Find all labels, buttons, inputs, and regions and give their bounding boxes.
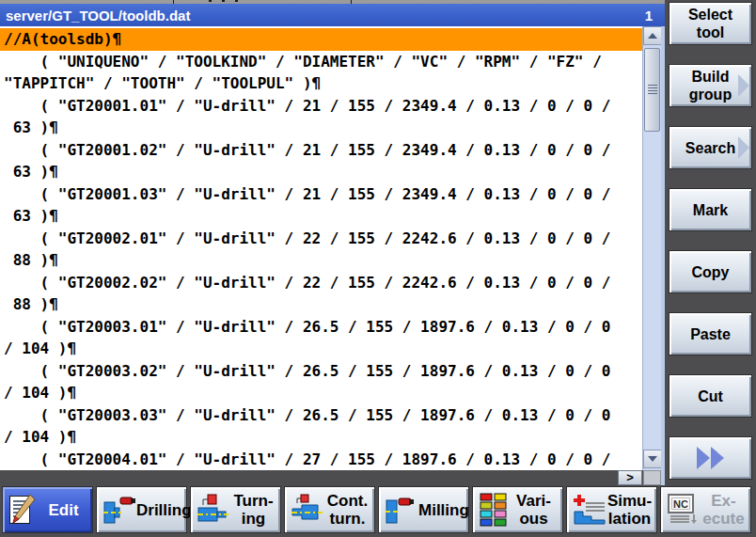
editor-lines: //A(toolsdb)¶ ( "UNIQUENO" / "TOOLKIND" … bbox=[0, 28, 642, 470]
editor-line[interactable]: 63 )¶ bbox=[0, 161, 642, 183]
softkey-select-tool[interactable]: Select tool bbox=[669, 2, 752, 45]
editor-line[interactable]: ( "GT20001.02" / "U-drill" / 21 / 155 / … bbox=[0, 139, 642, 162]
turning-icon bbox=[197, 493, 230, 527]
softkey-more[interactable] bbox=[669, 436, 752, 480]
tab-label: Cont. turn. bbox=[324, 492, 374, 528]
editor-line[interactable]: ( "GT20003.01" / "U-drill" / 26.5 / 155 … bbox=[0, 316, 642, 339]
editor-line[interactable]: "TAPPITCH" / "TOOTH" / "TOOLPUL" )¶ bbox=[0, 72, 642, 95]
drilling-icon bbox=[102, 493, 136, 527]
editor-line[interactable]: 63 )¶ bbox=[0, 205, 642, 228]
title-bar: server/GT_TOOL/tooldb.dat 1 bbox=[0, 4, 665, 26]
tab-contour-turning[interactable]: Cont. turn. bbox=[284, 486, 375, 533]
editor-line[interactable]: / 104 )¶ bbox=[0, 426, 642, 449]
tab-label: Vari- ous bbox=[509, 492, 562, 528]
tab-label: Turn- ing bbox=[230, 492, 280, 528]
softkey-label: Cut bbox=[698, 387, 723, 405]
editor-line[interactable]: ( "GT20001.03" / "U-drill" / 21 / 155 / … bbox=[0, 183, 642, 206]
chevron-down-icon bbox=[648, 456, 657, 462]
scroll-up-button[interactable] bbox=[643, 26, 662, 45]
tab-simulation[interactable]: Simu- lation bbox=[566, 486, 657, 533]
editor-line[interactable]: 88 )¶ bbox=[0, 249, 642, 272]
softkey-bottombar: Edit Drilling bbox=[0, 486, 756, 537]
editor-line[interactable]: 63 )¶ bbox=[0, 117, 642, 139]
chevron-right-icon bbox=[738, 74, 749, 97]
softkey-search[interactable]: Search bbox=[669, 126, 752, 169]
divider bbox=[209, 0, 212, 2]
grip-icon bbox=[648, 85, 657, 95]
chevron-right-icon bbox=[738, 136, 749, 159]
contour-turning-icon bbox=[291, 493, 324, 527]
simulation-icon bbox=[573, 493, 606, 527]
softkey-sidebar: Select tool Build group Search Mark Copy… bbox=[665, 0, 756, 537]
various-icon bbox=[479, 492, 509, 528]
editor-line[interactable]: //A(toolsdb)¶ bbox=[0, 28, 642, 51]
milling-icon bbox=[385, 493, 418, 527]
tab-label: Ex- ecute bbox=[701, 492, 750, 528]
editor-line[interactable]: ( "GT20003.03" / "U-drill" / 26.5 / 155 … bbox=[0, 404, 642, 427]
editor-line[interactable]: ( "GT20004.01" / "U-drill" / 27 / 155 / … bbox=[0, 449, 642, 471]
softkey-mark[interactable]: Mark bbox=[669, 188, 752, 231]
softkey-cut[interactable]: Cut bbox=[669, 374, 752, 418]
tab-drilling[interactable]: Drilling bbox=[96, 486, 187, 533]
softkey-copy[interactable]: Copy bbox=[669, 250, 752, 293]
editor-line[interactable]: ( "GT20003.02" / "U-drill" / 26.5 / 155 … bbox=[0, 360, 642, 383]
softkey-paste[interactable]: Paste bbox=[669, 312, 752, 355]
softkey-label: Paste bbox=[690, 325, 731, 343]
tab-label: Simu- lation bbox=[606, 492, 656, 528]
tab-execute[interactable]: NC Ex- ecute bbox=[660, 486, 751, 533]
divider bbox=[235, 0, 238, 2]
softkey-label: Select tool bbox=[688, 6, 732, 41]
editor-line[interactable]: ( "GT20002.02" / "U-drill" / 22 / 155 / … bbox=[0, 272, 642, 294]
page-indicator: 1 bbox=[645, 8, 665, 24]
tab-edit[interactable]: Edit bbox=[2, 486, 93, 533]
tab-milling[interactable]: Milling bbox=[378, 486, 469, 533]
tab-label: Edit bbox=[39, 501, 92, 519]
tab-label: Milling bbox=[418, 501, 473, 519]
scrollbar-corner bbox=[643, 470, 661, 485]
fast-forward-icon bbox=[697, 447, 724, 469]
file-path: server/GT_TOOL/tooldb.dat bbox=[0, 8, 645, 24]
divider bbox=[222, 0, 225, 2]
softkey-label: Search bbox=[685, 139, 735, 157]
editor-line[interactable]: / 104 )¶ bbox=[0, 382, 642, 404]
chevron-up-icon bbox=[648, 33, 657, 39]
tab-various[interactable]: Vari- ous bbox=[472, 486, 563, 533]
tab-turning[interactable]: Turn- ing bbox=[190, 486, 281, 533]
horizontal-scrollbar[interactable]: > bbox=[0, 470, 661, 485]
scroll-right-button[interactable]: > bbox=[618, 470, 642, 485]
softkey-label: Copy bbox=[692, 263, 730, 281]
cnc-editor-screen: server/GT_TOOL/tooldb.dat 1 //A(toolsdb)… bbox=[0, 0, 756, 537]
vertical-scrollbar[interactable] bbox=[642, 26, 661, 470]
tab-label: Drilling bbox=[136, 501, 196, 519]
edit-icon bbox=[8, 494, 39, 526]
softkey-label: Build group bbox=[689, 68, 732, 103]
editor-line[interactable]: ( "GT20001.01" / "U-drill" / 21 / 155 / … bbox=[0, 95, 642, 118]
editor-line[interactable]: 88 )¶ bbox=[0, 293, 642, 316]
softkey-build-group[interactable]: Build group bbox=[669, 64, 752, 107]
editor-panel[interactable]: //A(toolsdb)¶ ( "UNIQUENO" / "TOOLKIND" … bbox=[0, 26, 642, 470]
softkey-label: Mark bbox=[693, 201, 728, 219]
scroll-down-button[interactable] bbox=[643, 450, 662, 468]
nc-execute-icon: NC bbox=[667, 493, 701, 527]
svg-text:NC: NC bbox=[673, 498, 688, 510]
scrollbar-thumb[interactable] bbox=[644, 48, 660, 132]
editor-line[interactable]: ( "GT20002.01" / "U-drill" / 22 / 155 / … bbox=[0, 228, 642, 250]
editor-line[interactable]: / 104 )¶ bbox=[0, 338, 642, 360]
editor-line[interactable]: ( "UNIQUENO" / "TOOLKIND" / "DIAMETER" /… bbox=[0, 51, 642, 73]
